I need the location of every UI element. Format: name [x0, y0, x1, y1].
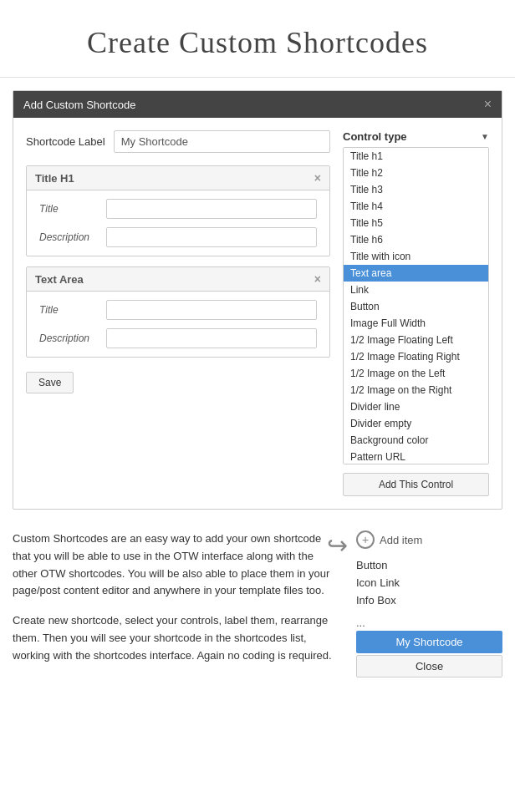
description-column: Custom Shortcodes are an easy way to add… [13, 530, 339, 678]
title-h1-desc-row: Description [39, 227, 317, 247]
title-h1-body: Title Description [27, 190, 329, 256]
text-area-title-input[interactable] [106, 300, 317, 320]
text-area-label: Text Area [35, 273, 84, 286]
list-item-title-h3[interactable]: Title h3 [344, 181, 488, 198]
title-h1-label: Title H1 [35, 172, 74, 185]
close-button[interactable]: Close [356, 655, 502, 678]
text-area-box: Text Area × Title Description [26, 266, 330, 358]
add-item-icon[interactable]: + [356, 530, 375, 549]
bottom-section: Custom Shortcodes are an easy way to add… [0, 522, 515, 686]
panel-body: Shortcode Label Title H1 × Title Descrip… [13, 118, 502, 509]
list-item-pattern-url[interactable]: Pattern URL [344, 449, 488, 464]
list-item-half-image-on-left[interactable]: 1/2 Image on the Left [344, 365, 488, 382]
list-item-title-h6[interactable]: Title h6 [344, 231, 488, 248]
title-h1-title-row: Title [39, 199, 317, 219]
list-item-text-area[interactable]: Text area [344, 265, 488, 282]
shortcode-item-icon-link[interactable]: Icon Link [356, 575, 502, 591]
list-item-half-image-floating-right[interactable]: 1/2 Image Floating Right [344, 348, 488, 365]
right-items-column: ↪ + Add item Button Icon Link Info Box .… [356, 530, 502, 678]
text-area-title-label: Title [39, 304, 98, 316]
text-area-desc-input[interactable] [106, 328, 317, 348]
title-h1-close-button[interactable]: × [314, 171, 321, 185]
shortcode-item-info-box[interactable]: Info Box [356, 592, 502, 608]
dropdown-arrow-icon[interactable]: ▼ [481, 132, 489, 141]
title-h1-box: Title H1 × Title Description [26, 165, 330, 256]
text-area-close-button[interactable]: × [314, 272, 321, 286]
left-column: Shortcode Label Title H1 × Title Descrip… [26, 130, 330, 393]
list-item-title-h2[interactable]: Title h2 [344, 165, 488, 181]
panel-header-label: Add Custom Shortcode [23, 99, 135, 111]
list-item-title-h1[interactable]: Title h1 [344, 148, 488, 165]
add-item-row: + Add item [356, 530, 502, 549]
description-paragraph-1: Custom Shortcodes are an easy way to add… [13, 530, 339, 600]
shortcode-label-input[interactable] [114, 130, 330, 153]
control-type-header: Control type ▼ [343, 130, 489, 143]
page-header: Create Custom Shortcodes [0, 0, 515, 78]
text-area-body: Title Description [27, 292, 329, 357]
list-item-background-color[interactable]: Background color [344, 432, 488, 449]
my-shortcode-button[interactable]: My Shortcode [356, 631, 502, 653]
title-h1-desc-label: Description [39, 231, 98, 243]
list-item-image-full-width[interactable]: Image Full Width [344, 315, 488, 332]
shortcode-item-button[interactable]: Button [356, 557, 502, 573]
list-item-divider-line[interactable]: Divider line [344, 398, 488, 415]
list-item-title-h4[interactable]: Title h4 [344, 198, 488, 215]
text-area-desc-label: Description [39, 332, 98, 344]
control-type-label: Control type [343, 130, 407, 143]
title-h1-title-label: Title [39, 203, 98, 215]
description-paragraph-2: Create new shortcode, select your contro… [13, 612, 339, 664]
shortcode-ellipsis: ... [356, 615, 502, 631]
list-item-divider-empty[interactable]: Divider empty [344, 415, 488, 432]
list-item-half-image-floating-left[interactable]: 1/2 Image Floating Left [344, 332, 488, 348]
panel-close-button[interactable]: × [484, 98, 492, 111]
panel-header: Add Custom Shortcode × [13, 91, 502, 118]
page-title: Create Custom Shortcodes [17, 25, 498, 60]
main-panel: Add Custom Shortcode × Shortcode Label T… [13, 90, 502, 510]
shortcode-label-text: Shortcode Label [26, 135, 105, 148]
add-item-label[interactable]: Add item [380, 534, 422, 546]
text-area-title-row: Title [39, 300, 317, 320]
add-control-button[interactable]: Add This Control [343, 473, 489, 496]
text-area-desc-row: Description [39, 328, 317, 348]
title-h1-desc-input[interactable] [106, 227, 317, 247]
list-item-link[interactable]: Link [344, 282, 488, 298]
list-item-title-with-icon[interactable]: Title with icon [344, 248, 488, 265]
control-type-list: Title h1 Title h2 Title h3 Title h4 Titl… [343, 147, 489, 464]
list-item-half-image-on-right[interactable]: 1/2 Image on the Right [344, 382, 488, 398]
shortcode-label-row: Shortcode Label [26, 130, 330, 153]
text-area-box-header: Text Area × [27, 267, 329, 292]
list-item-button[interactable]: Button [344, 298, 488, 315]
list-item-title-h5[interactable]: Title h5 [344, 215, 488, 231]
curve-arrow-icon: ↪ [327, 530, 348, 560]
title-h1-box-header: Title H1 × [27, 166, 329, 190]
save-button[interactable]: Save [26, 372, 74, 393]
title-h1-title-input[interactable] [106, 199, 317, 219]
right-column: Control type ▼ Title h1 Title h2 Title h… [343, 130, 489, 496]
shortcode-items-list: Button Icon Link Info Box [356, 557, 502, 608]
